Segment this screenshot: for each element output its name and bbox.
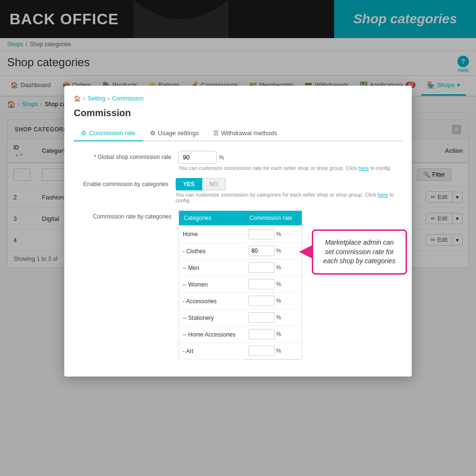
tab-usage-settings[interactable]: ⚙ Usage settings bbox=[143, 126, 206, 141]
enable-commission-label: Enable commission by categories bbox=[74, 178, 176, 188]
percent-sign: % bbox=[276, 231, 281, 238]
categories-table-container: Categories Commission rate Home % - Clot… bbox=[178, 210, 302, 360]
commission-rate-input[interactable] bbox=[248, 229, 275, 239]
commission-value-cell: % bbox=[245, 326, 302, 343]
commission-table-header: Categories Commission rate bbox=[179, 211, 302, 226]
commission-table-row: -- Home Accessories % bbox=[179, 326, 302, 343]
percent-sign: % bbox=[276, 281, 281, 288]
commission-table-row: -- Men % bbox=[179, 259, 302, 276]
global-rate-label: * Global shop commission rate bbox=[74, 151, 178, 160]
category-name: - Art bbox=[179, 343, 245, 360]
commission-value-cell: % bbox=[245, 243, 302, 259]
category-name: - Clothes bbox=[179, 243, 245, 259]
toggle-no-button[interactable]: NO bbox=[202, 178, 226, 190]
percent-sign: % bbox=[276, 331, 281, 337]
category-name: - Accessories bbox=[179, 293, 245, 309]
enable-commission-row: Enable commission by categories YES NO Y… bbox=[74, 178, 402, 203]
percent-label: % bbox=[219, 154, 224, 161]
callout-box: Marketplace admin can set commission rat… bbox=[312, 229, 407, 275]
category-name: -- Men bbox=[179, 259, 245, 276]
commission-value-cell: % bbox=[245, 293, 302, 309]
categories-rate-row: Commission rate by categories Categories… bbox=[74, 210, 402, 360]
percent-sign: % bbox=[276, 347, 281, 354]
tab-withdrawal-methods[interactable]: ☰ Withdrawal methods bbox=[206, 126, 285, 141]
enable-hint: You can customize commission by categori… bbox=[176, 192, 402, 203]
bc-arrow: › bbox=[83, 95, 85, 102]
global-rate-hint-link[interactable]: here bbox=[358, 165, 369, 171]
modal-commission-link[interactable]: Commission bbox=[112, 95, 143, 102]
settings2-icon: ⚙ bbox=[150, 129, 156, 137]
global-rate-hint: You can customize commission rate for ea… bbox=[178, 165, 390, 171]
commission-rate-form: * Global shop commission rate % You can … bbox=[74, 151, 402, 360]
commission-categories-table: Categories Commission rate Home % - Clot… bbox=[178, 210, 302, 360]
menu-icon: ☰ bbox=[213, 129, 219, 137]
commission-rate-input[interactable] bbox=[248, 262, 275, 273]
enable-hint-link[interactable]: here bbox=[377, 192, 388, 198]
modal-setting-link[interactable]: Setting bbox=[88, 95, 105, 102]
global-rate-row: * Global shop commission rate % You can … bbox=[74, 151, 402, 171]
global-rate-controls: % You can customize commission rate for … bbox=[178, 151, 390, 171]
commission-table-row: -- Stationery % bbox=[179, 309, 302, 326]
category-name: -- Stationery bbox=[179, 309, 245, 326]
category-name: -- Women bbox=[179, 276, 245, 293]
th-commission-rate: Commission rate bbox=[245, 211, 302, 226]
commission-modal: 🏠 › Setting › Commission Commission ⚙ Co… bbox=[64, 86, 412, 377]
category-name: Home bbox=[179, 226, 245, 243]
modal-title: Commission bbox=[74, 108, 402, 119]
bc-arrow2: › bbox=[108, 95, 109, 102]
commission-value-cell: % bbox=[245, 309, 302, 326]
commission-value-cell: % bbox=[245, 259, 302, 276]
commission-rate-input[interactable] bbox=[248, 279, 275, 289]
commission-value-cell: % bbox=[245, 343, 302, 359]
commission-table-row: -- Women % bbox=[179, 276, 302, 293]
commission-rate-input[interactable] bbox=[248, 246, 275, 256]
enable-commission-controls: YES NO You can customize commission by c… bbox=[176, 178, 402, 203]
percent-sign: % bbox=[276, 298, 281, 304]
commission-rate-input[interactable] bbox=[248, 329, 275, 339]
percent-sign: % bbox=[276, 264, 281, 271]
modal-overlay: 🏠 › Setting › Commission Commission ⚙ Co… bbox=[0, 0, 476, 476]
category-name: -- Home Accessories bbox=[179, 326, 245, 343]
commission-value-cell: % bbox=[245, 226, 302, 243]
percent-sign: % bbox=[276, 248, 281, 254]
callout-arrow bbox=[299, 245, 313, 259]
yes-no-toggle: YES NO bbox=[176, 178, 402, 190]
commission-table-row: Home % bbox=[179, 226, 302, 243]
percent-sign: % bbox=[276, 314, 281, 321]
commission-value-cell: % bbox=[245, 276, 302, 293]
commission-rate-input[interactable] bbox=[248, 346, 275, 356]
tab-commission-rate[interactable]: ⚙ Commission rate bbox=[74, 126, 143, 141]
global-rate-input[interactable] bbox=[178, 151, 217, 164]
commission-table-row: - Art % bbox=[179, 343, 302, 360]
modal-breadcrumb: 🏠 › Setting › Commission bbox=[74, 95, 402, 102]
commission-rate-input[interactable] bbox=[248, 296, 275, 306]
th-categories: Categories bbox=[179, 211, 245, 226]
toggle-yes-button[interactable]: YES bbox=[176, 178, 202, 190]
settings-icon: ⚙ bbox=[81, 129, 87, 137]
global-rate-input-group: % bbox=[178, 151, 390, 164]
commission-table-row: - Clothes % bbox=[179, 243, 302, 259]
modal-tabs: ⚙ Commission rate ⚙ Usage settings ☰ Wit… bbox=[74, 126, 402, 141]
commission-rate-input[interactable] bbox=[248, 312, 275, 323]
modal-home-icon[interactable]: 🏠 bbox=[74, 95, 81, 102]
categories-rate-label: Commission rate by categories bbox=[74, 210, 178, 220]
commission-table-row: - Accessories % bbox=[179, 293, 302, 309]
